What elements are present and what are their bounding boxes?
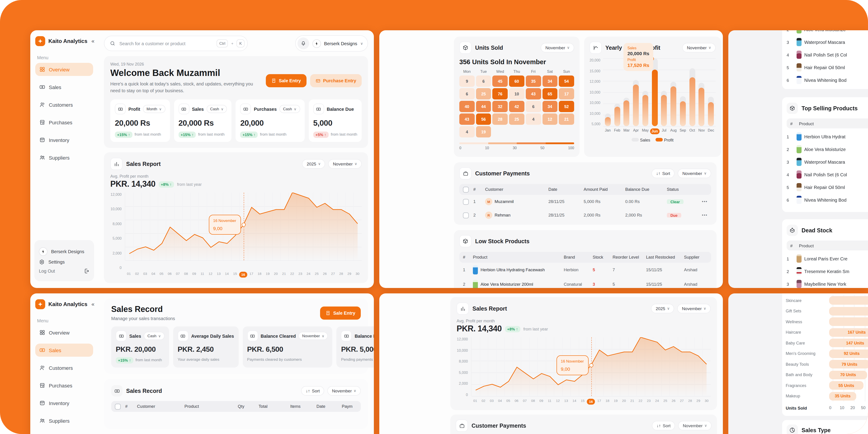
workspace-item[interactable]: Berserk Designs (39, 247, 90, 256)
category-bar[interactable]: 147 Units (829, 339, 868, 347)
heatmap-cell[interactable]: 25 (509, 114, 524, 125)
heatmap-cell[interactable]: 4 (526, 114, 541, 125)
row-checkbox[interactable] (463, 199, 469, 205)
list-item[interactable]: 3Waterproof Mascara (786, 36, 868, 49)
heatmap-cell[interactable]: 6 (476, 75, 491, 87)
list-item[interactable]: 6Nivea Whitening Bod (786, 74, 868, 86)
heatmap-cell[interactable]: 40 (459, 101, 474, 112)
heatmap-cell[interactable]: 34 (542, 101, 557, 112)
stat-filter-dropdown[interactable]: November ∨ (299, 332, 328, 340)
list-item[interactable]: 4Nail Polish Set (6 Col (786, 168, 868, 181)
list-item[interactable]: 1Herbion Ultra Hydrat (786, 130, 868, 143)
account-menu[interactable]: Berserk Designs ∨ (295, 35, 368, 52)
logout-item[interactable]: Log Out (39, 268, 90, 274)
cp-month-dropdown[interactable]: November∨ (678, 168, 711, 178)
stat-filter-dropdown[interactable]: Cash ∨ (144, 332, 164, 340)
heatmap-cell[interactable]: 12 (542, 114, 557, 125)
month-dropdown[interactable]: November∨ (328, 386, 361, 396)
category-bar[interactable]: 35 Units (829, 392, 856, 401)
list-item[interactable]: 4Nail Polish Set (6 Col (786, 49, 868, 61)
list-item[interactable]: 6Nivea Whitening Bod (786, 193, 868, 206)
year-dropdown[interactable]: 2025∨ (302, 159, 325, 168)
x-tick-16[interactable]: 16 (239, 272, 247, 278)
category-bar[interactable] (829, 318, 868, 326)
select-all-checkbox[interactable] (115, 403, 121, 409)
sort-button[interactable]: ↓↑ Sort (301, 386, 324, 396)
sidebar-item-sales[interactable]: Sales (35, 81, 93, 94)
table-row[interactable]: 1MMuzammil28/11/255,000 Rs0.00 RsClear••… (459, 195, 711, 209)
heatmap-cell[interactable]: 6 (526, 101, 541, 112)
category-bar[interactable]: 79 Units (829, 360, 868, 369)
heatmap-cell[interactable]: 43 (459, 114, 474, 125)
sidebar-item-suppliers[interactable]: Suppliers (35, 414, 93, 427)
purchase-entry-button[interactable]: Purchase Entry (310, 74, 362, 87)
heatmap-cell[interactable]: 32 (493, 101, 508, 112)
collapse-sidebar-icon[interactable]: « (92, 38, 94, 44)
row-actions-button[interactable]: ••• (697, 213, 708, 217)
heatmap-cell[interactable]: 44 (476, 101, 491, 112)
list-item[interactable]: 2Aloe Vera Moisturize (786, 143, 868, 156)
heatmap-cell[interactable]: 17 (559, 88, 574, 99)
heatmap-cell[interactable]: 52 (559, 101, 574, 112)
notifications-button[interactable] (298, 37, 309, 49)
table-row[interactable]: 1Herbion Ultra Hydrating FacewashHerbion… (459, 263, 711, 277)
list-item[interactable]: 5Hair Repair Oil 50ml (786, 181, 868, 193)
table-row[interactable]: 2Aloe Vera Moisturizer 200mlConatural351… (459, 277, 711, 288)
sidebar-item-suppliers[interactable]: Suppliers (35, 151, 93, 164)
list-item[interactable]: 2Tresemme Keratin Sm (786, 265, 868, 278)
sidebar-item-sales[interactable]: Sales (35, 344, 93, 357)
category-bar[interactable]: 167 Units (829, 328, 868, 337)
month-dropdown[interactable]: November∨ (677, 304, 711, 313)
heatmap-cell[interactable]: 21 (559, 114, 574, 125)
sidebar-item-inventory[interactable]: Inventory (35, 397, 93, 410)
category-bar[interactable]: 55 Units (829, 381, 864, 390)
collapse-sidebar-icon[interactable]: « (92, 301, 94, 307)
stat-filter-dropdown[interactable]: Cash ∨ (206, 105, 227, 113)
row-checkbox[interactable] (463, 212, 469, 218)
heatmap-cell[interactable]: 6 (459, 88, 474, 99)
sidebar-item-overview[interactable]: Overview (35, 63, 93, 76)
sort-button[interactable]: ↓↑ Sort (652, 421, 675, 430)
heatmap-cell[interactable]: 34 (542, 75, 557, 87)
select-all-checkbox[interactable] (463, 186, 469, 192)
heatmap-cell[interactable]: 25 (476, 88, 491, 99)
heatmap-cell[interactable]: 28 (493, 114, 508, 125)
month-jun[interactable]: Jun (650, 128, 659, 134)
heatmap-cell[interactable]: 65 (542, 88, 557, 99)
heatmap-cell[interactable]: 43 (526, 88, 541, 99)
x-tick-16[interactable]: 16 (587, 399, 595, 405)
search-bar[interactable]: Ctrl + K (104, 36, 248, 51)
sidebar-item-customers[interactable]: Customers (35, 361, 93, 374)
heatmap-cell[interactable]: 19 (476, 126, 491, 137)
list-item[interactable]: 3Waterproof Mascara (786, 156, 868, 168)
sort-button[interactable]: ↓↑ Sort (652, 168, 675, 178)
search-input[interactable] (119, 40, 213, 46)
list-item[interactable]: 3Maybelline New York (786, 278, 868, 288)
category-bar[interactable]: 70 Units (829, 371, 867, 379)
list-item[interactable]: 2Aloe Vera Moisturize (786, 30, 868, 36)
row-actions-button[interactable]: ••• (697, 199, 708, 204)
heatmap-cell[interactable]: 42 (509, 101, 524, 112)
list-item[interactable]: 1Loreal Paris Ever Cre (786, 252, 868, 265)
heatmap-cell[interactable]: 45 (493, 75, 508, 87)
category-bar[interactable] (829, 296, 868, 305)
stat-filter-dropdown[interactable]: Cash ∨ (279, 105, 300, 113)
list-item[interactable]: 5Hair Repair Oil 50ml (786, 61, 868, 74)
heatmap-cell[interactable]: 76 (493, 88, 508, 99)
settings-item[interactable]: Settings (39, 259, 90, 265)
heatmap-cell[interactable]: 9 (459, 75, 474, 87)
table-row[interactable]: 2RRehman28/11/252,000 Rs2,000 RsDue••• (459, 209, 711, 222)
heatmap-cell[interactable]: 56 (476, 114, 491, 125)
yearly-month-dropdown[interactable]: November∨ (682, 43, 716, 53)
sidebar-item-inventory[interactable]: Inventory (35, 133, 93, 147)
units-month-dropdown[interactable]: November∨ (541, 43, 574, 53)
heatmap-cell[interactable]: 35 (526, 75, 541, 87)
sidebar-item-purchases[interactable]: Purchases (35, 379, 93, 392)
cp-month-dropdown[interactable]: November∨ (678, 421, 712, 430)
sidebar-item-purchases[interactable]: Purchases (35, 116, 93, 129)
category-bar[interactable] (829, 307, 868, 315)
sidebar-item-customers[interactable]: Customers (35, 98, 93, 111)
year-dropdown[interactable]: 2025∨ (651, 304, 674, 313)
sale-entry-button[interactable]: Sale Entry (266, 74, 306, 87)
heatmap-cell[interactable]: 10 (509, 88, 524, 99)
